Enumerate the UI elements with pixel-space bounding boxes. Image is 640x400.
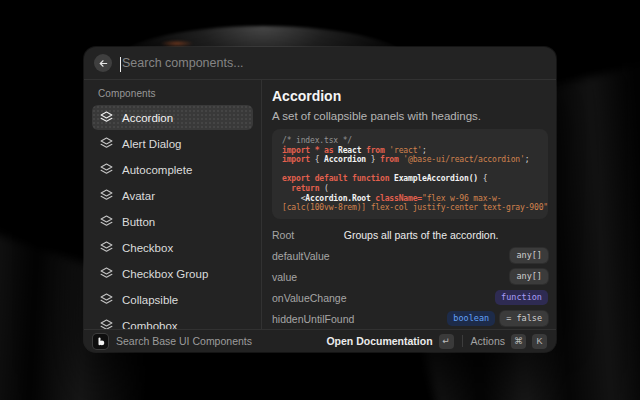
component-layers-icon — [100, 215, 113, 228]
background-wallpaper-glint — [160, 40, 194, 47]
group-header: Components — [92, 86, 253, 105]
sidebar-item-label: Collapsible — [122, 294, 178, 306]
type-badge: function — [495, 290, 548, 306]
actions-button[interactable]: Actions ⌘ K — [471, 334, 547, 349]
k-key-icon: K — [532, 334, 547, 349]
command-key-icon: ⌘ — [511, 334, 526, 349]
components-sidebar: Components Accordion Alert Dialog Autoco… — [84, 80, 262, 329]
base-ui-logo — [93, 334, 108, 349]
component-layers-icon — [100, 111, 113, 124]
component-layers-icon — [100, 189, 113, 202]
search-bar — [84, 47, 556, 80]
code-line: import * as React from 'react'; — [282, 146, 538, 156]
sidebar-item-combobox[interactable]: Combobox — [92, 313, 253, 329]
code-line: export default function ExampleAccordion… — [282, 174, 538, 184]
sidebar-item-label: Checkbox — [122, 242, 173, 254]
prop-row: hiddenUntilFound boolean= false — [272, 308, 548, 329]
code-line: return ( — [282, 184, 538, 194]
sidebar-item-autocomplete[interactable]: Autocomplete — [92, 157, 253, 182]
dialog-body: Components Accordion Alert Dialog Autoco… — [84, 80, 556, 329]
brand-label: Search Base UI Components — [116, 335, 318, 347]
arrow-left-icon — [98, 58, 109, 69]
component-layers-icon — [100, 137, 113, 150]
code-line — [282, 165, 538, 175]
sidebar-item-avatar[interactable]: Avatar — [92, 183, 253, 208]
sidebar-item-collapsible[interactable]: Collapsible — [92, 287, 253, 312]
prop-name: hiddenUntilFound — [272, 313, 354, 325]
type-badge: any[] — [510, 248, 548, 264]
type-badge: any[] — [510, 269, 548, 285]
code-line: import { Accordion } from '@base-ui/reac… — [282, 155, 538, 165]
sidebar-item-label: Button — [122, 216, 155, 228]
component-layers-icon — [100, 267, 113, 280]
sidebar-item-label: Checkbox Group — [122, 268, 208, 280]
prop-row: defaultValue any[] — [272, 245, 548, 266]
prop-badges: boolean= false — [447, 311, 548, 327]
code-preview[interactable]: /* index.tsx */import * as React from 'r… — [272, 129, 548, 219]
sidebar-item-label: Combobox — [122, 320, 178, 330]
sidebar-item-label: Accordion — [122, 112, 173, 124]
sidebar-item-button[interactable]: Button — [92, 209, 253, 234]
command-palette-dialog: Components Accordion Alert Dialog Autoco… — [84, 47, 556, 352]
sidebar-item-label: Avatar — [122, 190, 155, 202]
prop-row: Root Groups all parts of the accordion. — [272, 224, 548, 245]
search-input[interactable] — [120, 56, 546, 70]
back-button[interactable] — [94, 54, 112, 72]
sidebar-item-label: Alert Dialog — [122, 138, 181, 150]
footer-bar: Search Base UI Components Open Documenta… — [84, 329, 556, 352]
component-layers-icon — [100, 319, 113, 329]
sidebar-item-alert-dialog[interactable]: Alert Dialog — [92, 131, 253, 156]
component-description: A set of collapsible panels with heading… — [272, 110, 548, 122]
open-documentation-label: Open Documentation — [326, 335, 432, 347]
prop-badges: any[] — [510, 269, 548, 285]
type-badge: = false — [500, 311, 548, 327]
sidebar-item-accordion[interactable]: Accordion — [92, 105, 253, 130]
footer-divider — [462, 335, 463, 347]
prop-badges: any[] — [510, 248, 548, 264]
code-line: [calc(100vw-8rem)] flex-col justify-cent… — [282, 203, 538, 213]
page-title: Accordion — [272, 88, 548, 104]
component-layers-icon — [100, 163, 113, 176]
sidebar-item-label: Autocomplete — [122, 164, 192, 176]
prop-name: Root — [272, 229, 294, 241]
prop-name: value — [272, 271, 297, 283]
enter-key-icon: ↵ — [439, 334, 454, 349]
sidebar-item-checkbox[interactable]: Checkbox — [92, 235, 253, 260]
prop-row: value any[] — [272, 266, 548, 287]
open-documentation-button[interactable]: Open Documentation ↵ — [326, 334, 453, 349]
prop-name: defaultValue — [272, 250, 330, 262]
code-line: <Accordion.Root className="flex w-96 max… — [282, 194, 538, 204]
component-layers-icon — [100, 293, 113, 306]
text-caret — [120, 57, 121, 72]
type-badge: boolean — [447, 311, 495, 327]
prop-row: onValueChange function — [272, 287, 548, 308]
code-line: /* index.tsx */ — [282, 136, 538, 146]
detail-panel: Accordion A set of collapsible panels wi… — [262, 80, 556, 329]
prop-badges: function — [495, 290, 548, 306]
prop-name: onValueChange — [272, 292, 347, 304]
prop-description: Groups all parts of the accordion. — [344, 229, 499, 241]
props-table: Root Groups all parts of the accordion. … — [272, 224, 548, 329]
sidebar-item-checkbox-group[interactable]: Checkbox Group — [92, 261, 253, 286]
actions-label: Actions — [471, 335, 505, 347]
component-layers-icon — [100, 241, 113, 254]
component-list: Accordion Alert Dialog Autocomplete Avat… — [92, 105, 253, 329]
